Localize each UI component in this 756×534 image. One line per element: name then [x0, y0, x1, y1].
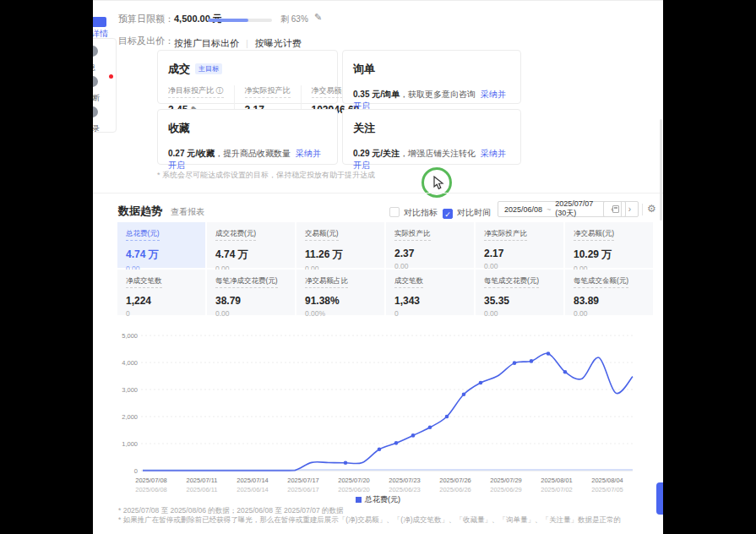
svg-text:3,000: 3,000	[122, 386, 138, 394]
message-icon	[93, 46, 98, 57]
budget-label: 预算日限额：	[118, 13, 174, 25]
tile-spend-per-net-order[interactable]: 每笔净成交花费(元)38.790.00	[207, 270, 295, 315]
card-deal: 成交主目标 净目标投产比 ⓘ 2.45 ✎ 净实际投产比 2.17 净交易额(元…	[157, 50, 338, 104]
budget-remaining: 剩 63%	[280, 14, 308, 25]
budget-progress-bar	[208, 19, 272, 22]
compare-time-checkbox[interactable]: ✓	[443, 209, 453, 219]
svg-text:2025/07/29: 2025/07/29	[490, 477, 522, 484]
legend-label: 总花费(元)	[365, 495, 400, 504]
sidebar-tools: 息 诊断 记录	[93, 38, 117, 133]
prev-period-button[interactable]: ‹	[604, 202, 621, 216]
svg-text:2025/06/23: 2025/06/23	[389, 486, 421, 493]
svg-text:2025/07/02: 2025/07/02	[541, 486, 573, 493]
svg-text:2025/07/20: 2025/07/20	[338, 477, 370, 484]
tile-amount-per-order[interactable]: 每笔成交金额(元)83.890.00	[565, 270, 653, 315]
svg-text:2025/08/01: 2025/08/01	[541, 477, 573, 484]
svg-text:2025/07/11: 2025/07/11	[187, 477, 218, 484]
svg-text:2025/07/17: 2025/07/17	[287, 477, 319, 484]
svg-text:2025/06/14: 2025/06/14	[237, 486, 269, 493]
mouse-cursor	[433, 176, 444, 190]
section-divider	[93, 193, 663, 193]
next-period-button[interactable]: ›	[621, 202, 638, 216]
feedback-edge-tab[interactable]	[656, 482, 663, 515]
trend-title: 数据趋势	[118, 204, 162, 219]
svg-text:0: 0	[134, 467, 138, 475]
svg-text:2025/07/14: 2025/07/14	[237, 477, 269, 484]
screen: 广详情 息 诊断 记录 预算日限额： 4,500.00 元 剩 63% ✎ 目	[0, 0, 756, 534]
tile-deal-spend[interactable]: 成交花费(元)4.74 万0.00	[207, 222, 295, 268]
svg-text:2025/06/08: 2025/06/08	[135, 486, 167, 493]
compare-metric-control: 对比指标	[389, 204, 438, 219]
card-inquiry-title: 询单	[353, 62, 375, 77]
date-pager: ‹ ›	[603, 201, 639, 217]
compare-metric-checkbox[interactable]	[389, 207, 400, 217]
main-panel: 广详情 息 诊断 记录 预算日限额： 4,500.00 元 剩 63% ✎ 目	[93, 0, 663, 534]
budget-progress-fill	[208, 19, 248, 22]
bid-by-exposure-option[interactable]: 按曝光计费	[255, 38, 302, 48]
svg-text:2025/07/08: 2025/07/08	[135, 477, 167, 484]
svg-text:2,000: 2,000	[122, 413, 138, 421]
notification-dot	[109, 74, 113, 79]
date-separator: ~	[547, 205, 551, 214]
tile-total-spend[interactable]: 总花费(元)4.74 万0.00	[117, 222, 205, 268]
edit-budget-icon[interactable]: ✎	[314, 12, 322, 23]
trend-line-chart: 01,0002,0003,0004,0005,0002025/07/082025…	[117, 329, 657, 496]
sidebar-active-tab[interactable]	[93, 17, 106, 27]
tile-gmv[interactable]: 交易额(元)11.26 万0.00	[296, 222, 384, 268]
svg-text:2025/07/26: 2025/07/26	[439, 477, 471, 484]
card-inquiry: 询单 0.35 元/询单，获取更多意向咨询采纳并开启	[342, 50, 521, 104]
card-favorite: 收藏 0.27 元/收藏，提升商品收藏数量采纳并开启	[157, 109, 338, 165]
records-icon	[93, 106, 98, 117]
date-end: 2025/07/07 (30天)	[555, 199, 602, 219]
sidebar-item-records[interactable]: 记录	[93, 106, 116, 134]
chart-legend[interactable]: 总花费(元)	[93, 494, 663, 505]
sidebar-item-diagnosis[interactable]: 诊断	[93, 76, 116, 104]
compare-time-label: 对比时间	[457, 208, 491, 217]
sidebar-item-message[interactable]: 息	[93, 46, 116, 74]
scrollbar-thumb[interactable]	[660, 119, 662, 221]
goal-bid-options: 按推广目标出价|按曝光计费	[174, 35, 302, 50]
svg-text:2025/06/11: 2025/06/11	[187, 486, 218, 493]
settings-gear-icon[interactable]: ⚙	[647, 203, 656, 215]
diagnosis-icon	[93, 76, 98, 87]
svg-text:2025/06/17: 2025/06/17	[287, 486, 319, 493]
card-follow: 关注 0.29 元/关注，增强店铺关注转化采纳并开启	[342, 109, 521, 165]
bid-by-goal-option[interactable]: 按推广目标出价	[174, 38, 239, 48]
svg-text:1,000: 1,000	[122, 440, 138, 448]
svg-text:2025/07/23: 2025/07/23	[389, 477, 421, 484]
card-deal-title: 成交	[168, 62, 190, 77]
tile-net-actual-roi[interactable]: 净实际投产比2.170.00	[476, 222, 563, 268]
controls-divider	[642, 204, 643, 215]
chart-footnote-2: * 如果推广在暂停或删除前已经获得了曝光，那么在暂停或重建后展示「(净)交易额」…	[118, 515, 621, 526]
compare-metric-label: 对比指标	[404, 208, 438, 217]
tile-orders[interactable]: 成交笔数1,3430	[386, 270, 474, 315]
tile-net-orders[interactable]: 净成交笔数1,2240	[117, 270, 205, 315]
svg-text:4,000: 4,000	[122, 359, 138, 367]
metric-tiles: 总花费(元)4.74 万0.00 成交花费(元)4.74 万0.00 交易额(元…	[117, 222, 656, 315]
date-start: 2025/06/08	[504, 205, 542, 214]
info-icon[interactable]: ⓘ	[216, 86, 224, 95]
tile-net-gmv-ratio[interactable]: 净交易额占比91.38%0.00%	[296, 270, 384, 315]
card-follow-title: 关注	[353, 121, 375, 136]
card-favorite-title: 收藏	[168, 121, 190, 136]
svg-text:2025/06/29: 2025/06/29	[490, 486, 522, 493]
tile-net-gmv[interactable]: 净交易额(元)10.29 万0.00	[565, 222, 653, 268]
svg-text:5,000: 5,000	[122, 332, 138, 340]
svg-text:2025/08/04: 2025/08/04	[591, 477, 623, 484]
svg-text:2025/07/05: 2025/07/05	[591, 486, 623, 493]
tile-actual-roi[interactable]: 实际投产比2.370.00	[386, 222, 474, 268]
option-divider: |	[246, 38, 248, 48]
view-report-link[interactable]: 查看报表	[171, 206, 204, 218]
tile-spend-per-order[interactable]: 每笔成交花费(元)35.350.00	[476, 270, 563, 315]
svg-text:2025/06/20: 2025/06/20	[338, 486, 370, 493]
cards-footnote: * 系统会尽可能达成你设置的目标，保持稳定投放有助于提升达成	[157, 170, 375, 181]
primary-goal-badge: 主目标	[195, 63, 222, 74]
goal-bid-label: 目标及出价：	[118, 35, 174, 47]
compare-time-control: ✓对比时间	[443, 204, 491, 219]
svg-text:2025/06/26: 2025/06/26	[439, 486, 471, 493]
legend-marker	[356, 497, 362, 503]
